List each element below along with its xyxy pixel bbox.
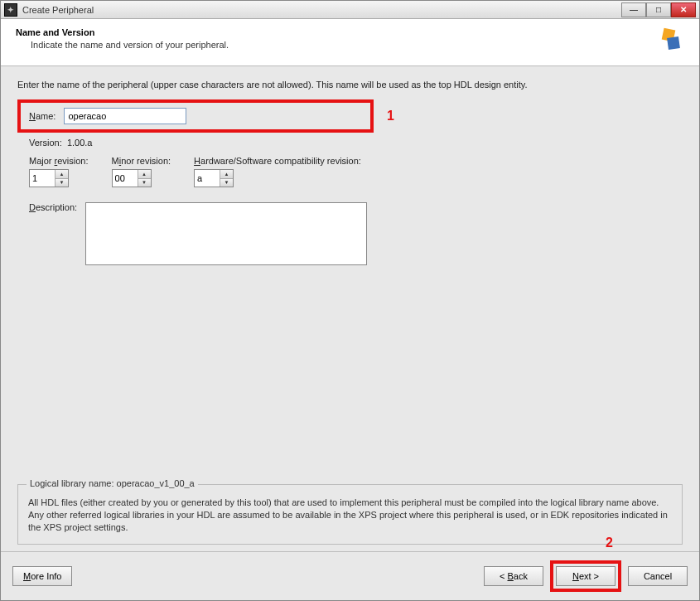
titlebar[interactable]: ✦ Create Peripheral — □ ✕	[1, 1, 699, 19]
content-area: Enter the name of the peripheral (upper …	[1, 66, 699, 551]
major-revision-spinner[interactable]: ▲▼	[29, 169, 69, 187]
annotation-1: 1	[387, 109, 394, 124]
compat-revision-spinner[interactable]: ▲▼	[194, 169, 234, 187]
wizard-header: Name and Version Indicate the name and v…	[1, 19, 699, 66]
minor-revision-input[interactable]	[113, 170, 138, 187]
spinner-up-icon[interactable]: ▲	[56, 170, 68, 179]
page-subtitle: Indicate the name and version of your pe…	[31, 40, 649, 50]
wizard-icon	[658, 27, 684, 54]
next-highlight-box: Next >	[550, 560, 621, 592]
more-info-button[interactable]: More Info	[12, 566, 72, 586]
major-revision-input[interactable]	[30, 170, 55, 187]
maximize-button[interactable]: □	[646, 2, 671, 17]
version-display: Version: 1.00.a	[29, 138, 683, 148]
compat-revision-input[interactable]	[195, 170, 220, 187]
svg-rect-1	[667, 36, 680, 50]
spinner-down-icon[interactable]: ▼	[138, 179, 151, 187]
library-groupbox: Logical library name: operacao_v1_00_a A…	[17, 484, 683, 545]
window-title: Create Peripheral	[22, 5, 621, 15]
window-controls: — □ ✕	[621, 2, 696, 17]
next-button[interactable]: Next >	[556, 566, 616, 586]
close-button[interactable]: ✕	[671, 2, 696, 17]
cancel-button[interactable]: Cancel	[628, 566, 688, 586]
app-icon: ✦	[4, 3, 17, 17]
minimize-button[interactable]: —	[621, 2, 646, 17]
annotation-2: 2	[606, 536, 613, 550]
instruction-text: Enter the name of the peripheral (upper …	[17, 80, 683, 90]
page-title: Name and Version	[16, 27, 649, 37]
wizard-footer: 2 More Info < Back Next > Cancel	[1, 551, 699, 600]
back-button[interactable]: < Back	[484, 566, 543, 586]
major-revision-label: Major revision:	[29, 156, 89, 166]
dialog-window: ✦ Create Peripheral — □ ✕ Name and Versi…	[0, 0, 700, 601]
spinner-up-icon[interactable]: ▲	[220, 170, 233, 179]
spinner-down-icon[interactable]: ▼	[220, 179, 233, 187]
library-body-text: All HDL files (either created by you or …	[28, 497, 672, 534]
spinner-down-icon[interactable]: ▼	[56, 179, 68, 187]
name-label: Name:	[29, 111, 56, 121]
name-input[interactable]	[64, 108, 186, 124]
spinner-up-icon[interactable]: ▲	[138, 170, 151, 179]
description-label: Description:	[29, 202, 77, 212]
library-legend: Logical library name: operacao_v1_00_a	[27, 478, 198, 488]
name-highlight-box: Name:	[17, 99, 374, 133]
minor-revision-spinner[interactable]: ▲▼	[112, 169, 152, 187]
compat-revision-label: Hardware/Software compatibility revision…	[194, 156, 361, 166]
description-textarea[interactable]	[85, 202, 367, 265]
minor-revision-label: Minor revision:	[112, 156, 171, 166]
